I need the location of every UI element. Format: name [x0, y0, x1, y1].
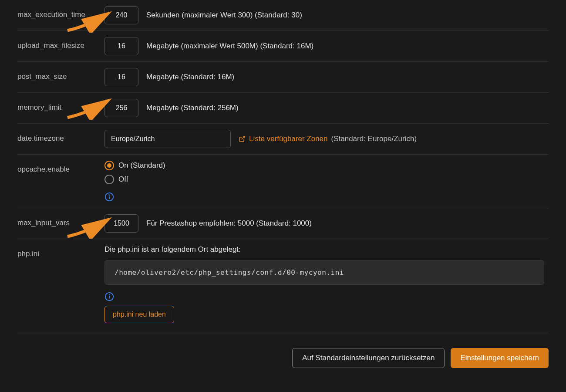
label-date-timezone: date.timezone	[17, 130, 104, 143]
radio-opcache-off[interactable]: Off	[104, 175, 165, 184]
row-max-execution-time: max_execution_time Sekunden (maximaler W…	[17, 0, 549, 31]
input-max-execution-time[interactable]	[104, 6, 138, 24]
hint-max-input-vars: Für Prestashop empfohlen: 5000 (Standard…	[146, 219, 312, 228]
label-opcache-enable: opcache.enable	[17, 161, 104, 174]
row-max-input-vars: max_input_vars Für Prestashop empfohlen:…	[17, 208, 549, 239]
input-memory-limit[interactable]	[104, 99, 138, 117]
radio-icon	[104, 175, 114, 184]
label-post-max-size: post_max_size	[17, 68, 104, 81]
svg-point-5	[109, 294, 110, 295]
hint-post-max-size: Megabyte (Standard: 16M)	[146, 73, 234, 81]
svg-point-2	[109, 195, 110, 195]
label-upload-max-filesize: upload_max_filesize	[17, 37, 104, 50]
hint-upload-max-filesize: Megabyte (maximaler Wert 500M) (Standard…	[146, 42, 313, 51]
label-memory-limit: memory_limit	[17, 99, 104, 112]
phpini-path: /home/olivero2/etc/php_settings/conf.d/0…	[104, 260, 544, 285]
row-date-timezone: date.timezone Liste verfügbarer Zonen (S…	[17, 124, 549, 155]
footer: Auf Standardeinstellungen zurücksetzen E…	[0, 333, 566, 368]
info-icon[interactable]	[104, 292, 114, 301]
row-memory-limit: memory_limit Megabyte (Standard: 256M)	[17, 93, 549, 124]
reset-defaults-button[interactable]: Auf Standardeinstellungen zurücksetzen	[292, 348, 445, 368]
input-upload-max-filesize[interactable]	[104, 37, 138, 55]
input-max-input-vars[interactable]	[104, 214, 138, 233]
phpini-desc: Die php.ini ist an folgendem Ort abgeleg…	[104, 245, 241, 254]
save-settings-button[interactable]: Einstellungen speichern	[451, 348, 549, 368]
row-post-max-size: post_max_size Megabyte (Standard: 16M)	[17, 62, 549, 93]
row-upload-max-filesize: upload_max_filesize Megabyte (maximaler …	[17, 31, 549, 62]
label-max-input-vars: max_input_vars	[17, 214, 104, 227]
link-timezone-list[interactable]: Liste verfügbarer Zonen	[249, 135, 328, 143]
input-date-timezone[interactable]	[104, 130, 231, 148]
hint-memory-limit: Megabyte (Standard: 256M)	[146, 104, 239, 112]
radio-opcache-off-label: Off	[118, 175, 128, 184]
hint-date-timezone-suffix: (Standard: Europe/Zurich)	[331, 135, 417, 143]
label-phpini: php.ini	[17, 245, 104, 258]
input-post-max-size[interactable]	[104, 68, 138, 86]
label-max-execution-time: max_execution_time	[17, 6, 104, 19]
info-icon[interactable]	[104, 192, 114, 202]
external-link-icon	[239, 135, 246, 142]
row-phpini: php.ini Die php.ini ist an folgendem Ort…	[17, 239, 549, 333]
row-opcache-enable: opcache.enable On (Standard) Off	[17, 155, 549, 208]
reload-phpini-button[interactable]: php.ini neu laden	[104, 306, 174, 323]
radio-icon	[104, 161, 114, 170]
radio-opcache-on-label: On (Standard)	[118, 161, 165, 170]
radio-opcache-on[interactable]: On (Standard)	[104, 161, 165, 170]
hint-max-execution-time: Sekunden (maximaler Wert 300) (Standard:…	[146, 11, 302, 20]
